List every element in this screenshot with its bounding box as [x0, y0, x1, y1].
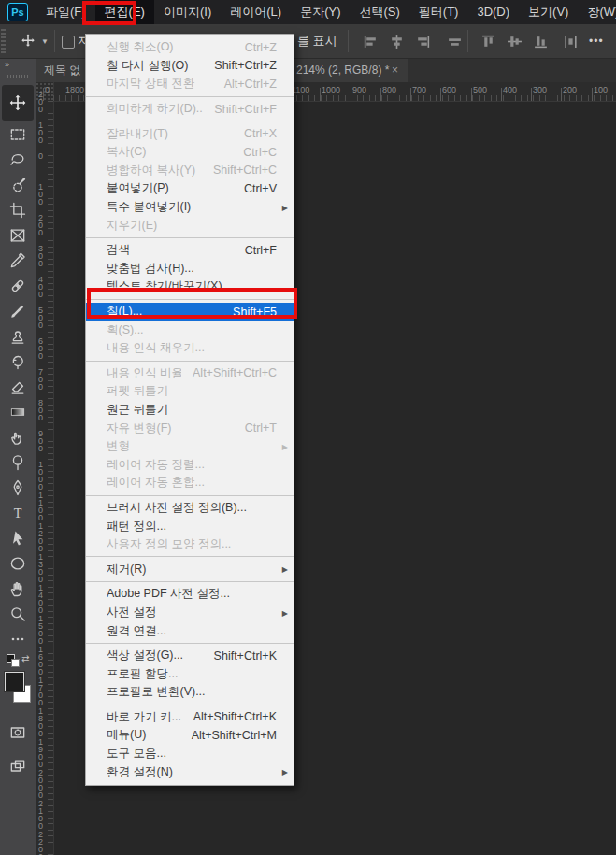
menu-item-shortcut: Ctrl+F: [245, 244, 277, 257]
edit-menu-item[interactable]: 도구 모음...: [86, 745, 294, 763]
menu-item-shortcut: Alt+Shift+Ctrl+C: [193, 366, 277, 379]
menubar-item-edit[interactable]: 편집(E): [95, 0, 154, 24]
menubar-item-4[interactable]: 문자(Y): [291, 0, 350, 24]
edit-menu-item[interactable]: 텍스트 찾기/바꾸기(X)...: [86, 278, 294, 296]
quick-mask-button[interactable]: [2, 720, 34, 744]
smudge-tool-icon[interactable]: [2, 425, 34, 449]
align-left-edges-button[interactable]: [363, 24, 379, 58]
ellipse-tool-icon[interactable]: [2, 551, 34, 575]
distribute-button[interactable]: [563, 24, 579, 58]
v-ruler-label: 2 0 0 0: [38, 769, 43, 799]
edit-menu-item[interactable]: 사전 설정▶: [86, 604, 294, 622]
menu-item-shortcut: Shift+Ctrl+Z: [214, 59, 277, 72]
path-select-tool-icon[interactable]: [2, 526, 34, 549]
menu-item-shortcut: Alt+Shift+Ctrl+K: [193, 710, 277, 723]
edit-menu-item[interactable]: 환경 설정(N)▶: [86, 762, 294, 781]
edit-menu-item[interactable]: 원격 연결...: [86, 621, 294, 640]
align-top-edges-button[interactable]: [480, 24, 496, 58]
align-right-edges-button[interactable]: [415, 24, 431, 58]
eraser-tool-icon[interactable]: [2, 375, 34, 398]
align-middles-button[interactable]: [507, 24, 523, 58]
edit-menu-item: 잘라내기(T)Ctrl+X: [86, 124, 294, 143]
chevron-down-icon[interactable]: ▼: [41, 24, 49, 58]
history-brush-tool-icon[interactable]: [2, 349, 34, 373]
edit-menu-item[interactable]: 특수 붙여넣기(I)▶: [86, 198, 294, 217]
gradient-tool-icon[interactable]: [2, 400, 34, 423]
menubar-item-5[interactable]: 선택(S): [350, 0, 408, 24]
edit-menu-item[interactable]: 원근 뒤틀기: [86, 401, 294, 420]
eyedropper-tool-icon[interactable]: [2, 249, 34, 272]
close-tab-icon[interactable]: ×: [392, 58, 398, 82]
vertical-ruler[interactable]: 2 0 01 0 001 0 02 0 03 0 04 0 05 0 06 0 …: [36, 101, 54, 855]
align-vertical-centers-button[interactable]: [389, 24, 405, 58]
edit-menu-item[interactable]: 프로필로 변환(V)...: [86, 683, 294, 702]
menu-item-shortcut: Ctrl+Z: [245, 41, 277, 54]
menu-item-label: 프로필로 변환(V)...: [107, 684, 277, 700]
frame-tool-icon[interactable]: [2, 223, 34, 247]
align-bottom-edges-button[interactable]: [533, 24, 549, 58]
menu-item-shortcut: Shift+Ctrl+C: [213, 164, 277, 177]
foreground-color-swatch[interactable]: [5, 672, 24, 691]
more-options-button[interactable]: •••: [589, 24, 604, 58]
healing-tool-icon[interactable]: [2, 274, 34, 297]
default-swap-colors-icon[interactable]: ⇄: [2, 651, 34, 668]
edit-menu-item[interactable]: 색상 설정(G)...Shift+Ctrl+K: [86, 647, 294, 665]
auto-select-checkbox[interactable]: [62, 36, 75, 49]
v-ruler-label: 2 2 0 0: [38, 831, 43, 855]
v-ruler-label: 2 1 0 0: [38, 800, 43, 830]
type-tool-icon[interactable]: T: [2, 501, 34, 524]
menu-item-shortcut: Ctrl+C: [243, 146, 277, 159]
menubar-item-8[interactable]: 보기(V): [519, 0, 578, 24]
align-bars-button[interactable]: [447, 24, 463, 58]
menu-items: 파일(F)편집(E)이미지(I)레이어(L)문자(Y)선택(S)필터(T)3D(…: [36, 0, 616, 24]
edit-menu-item[interactable]: 칠 다시 실행(O)Shift+Ctrl+Z: [86, 57, 294, 76]
brush-tool-icon[interactable]: [2, 299, 34, 322]
menu-item-label: 붙여넣기(P): [107, 180, 233, 196]
menubar-item-3[interactable]: 레이어(L): [221, 0, 291, 24]
edit-menu-item[interactable]: 메뉴(U)Alt+Shift+Ctrl+M: [86, 726, 294, 745]
edit-menu-item[interactable]: Adobe PDF 사전 설정...: [86, 585, 294, 604]
hand-tool-icon[interactable]: [2, 577, 34, 600]
menu-item-label: 환경 설정(N): [107, 764, 277, 780]
menubar-item-7[interactable]: 3D(D): [467, 0, 519, 24]
menu-item-label: 지우기(E): [107, 218, 277, 234]
edit-menu-item[interactable]: 패턴 정의...: [86, 517, 294, 535]
screen-mode-button[interactable]: [2, 754, 34, 777]
edit-menu-item[interactable]: 검색Ctrl+F: [86, 241, 294, 260]
menu-item-shortcut: Shift+F5: [233, 306, 277, 319]
menubar-item-6[interactable]: 필터(T): [409, 0, 468, 24]
marquee-tool-icon[interactable]: [2, 122, 34, 146]
edit-menu-item[interactable]: 맞춤법 검사(H)...: [86, 260, 294, 278]
zoom-tool-icon[interactable]: [2, 602, 34, 625]
pen-tool-icon[interactable]: [2, 476, 34, 499]
h-ruler-label: 1000: [322, 85, 340, 94]
color-swatches[interactable]: [2, 670, 34, 707]
edit-menu-item: 변형▶: [86, 437, 294, 456]
edit-menu-item[interactable]: 칠(L)...Shift+F5: [86, 303, 294, 321]
menu-item-label: 바로 가기 키...: [107, 709, 182, 725]
collapse-panel-button[interactable]: »: [0, 58, 36, 71]
crop-tool-icon[interactable]: [2, 198, 34, 221]
h-ruler-label: 1800: [65, 85, 84, 94]
stamp-tool-icon[interactable]: [2, 324, 34, 348]
quick-select-tool-icon[interactable]: [2, 173, 34, 196]
v-ruler-label: 1 0 0: [38, 121, 43, 144]
ellipsis-tool-icon[interactable]: [2, 627, 34, 650]
menubar-item-2[interactable]: 이미지(I): [154, 0, 221, 24]
edit-menu-item[interactable]: 붙여넣기(P)Ctrl+V: [86, 179, 294, 198]
menu-item-label: 제거(R): [107, 562, 277, 577]
move-tool-icon[interactable]: [2, 85, 34, 121]
menu-separator: [86, 705, 294, 705]
lasso-tool-icon[interactable]: [2, 148, 34, 171]
v-ruler-label: 1 5 0 0: [38, 615, 43, 645]
edit-menu-item[interactable]: 제거(R)▶: [86, 560, 294, 578]
edit-menu-item[interactable]: 바로 가기 키...Alt+Shift+Ctrl+K: [86, 708, 294, 727]
edit-menu-item[interactable]: 브러시 사전 설정 정의(B)...: [86, 499, 294, 518]
dodge-tool-icon[interactable]: [2, 450, 34, 474]
menubar-item-9[interactable]: 창(W): [578, 0, 616, 24]
h-ruler-label: 300: [533, 85, 547, 94]
menu-item-label: 내용 인식 비율: [107, 365, 181, 381]
edit-dropdown-menu: 실행 취소(O)Ctrl+Z칠 다시 실행(O)Shift+Ctrl+Z마지막 …: [85, 34, 294, 786]
edit-menu-item[interactable]: 프로필 할당...: [86, 664, 294, 683]
menubar-item-0[interactable]: 파일(F): [36, 0, 95, 24]
